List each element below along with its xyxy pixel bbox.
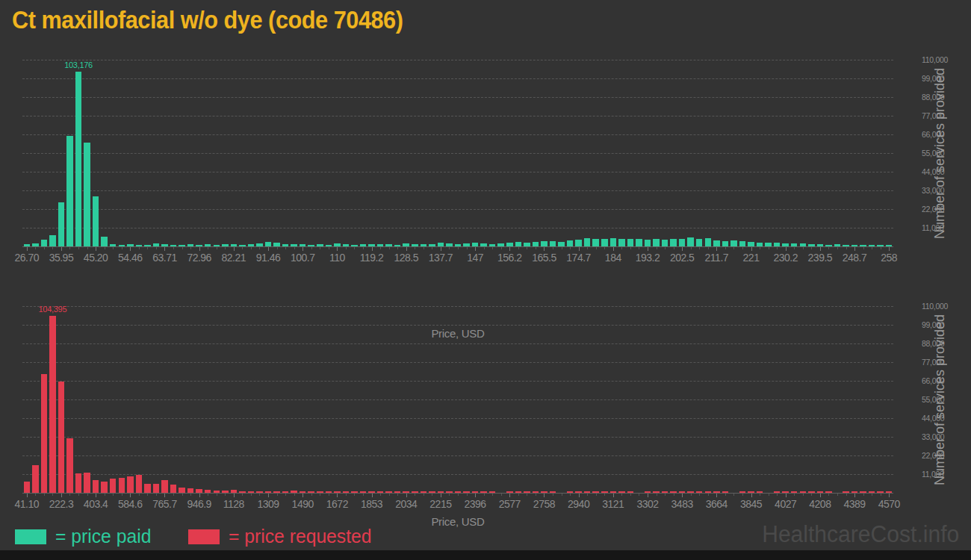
axis-minor-tick	[251, 247, 252, 249]
histogram-bar	[748, 491, 754, 493]
axis-minor-tick	[354, 247, 355, 249]
histogram-bar	[58, 202, 65, 246]
histogram-bar	[705, 491, 712, 493]
axis-major-tick	[509, 494, 510, 497]
axis-minor-tick	[424, 494, 424, 496]
axis-minor-tick	[122, 494, 122, 496]
axis-minor-tick	[380, 494, 381, 496]
axis-minor-tick	[173, 247, 174, 249]
axis-minor-tick	[415, 247, 415, 249]
axis-minor-tick	[346, 247, 347, 249]
axis-major-tick	[164, 247, 165, 251]
axis-minor-tick	[769, 247, 769, 249]
y-axis-title-paid: Number of services provided	[932, 60, 952, 246]
histogram-bar	[817, 244, 824, 246]
axis-minor-tick	[139, 494, 140, 496]
histogram-bar	[489, 491, 496, 493]
histogram-bar	[58, 382, 65, 493]
histogram-bar	[601, 491, 608, 493]
axis-major-tick	[579, 247, 580, 251]
axis-major-tick	[682, 494, 683, 497]
axis-minor-tick	[527, 247, 527, 249]
histogram-bar	[205, 490, 211, 493]
histogram-bar	[645, 491, 651, 493]
grid-line	[22, 343, 893, 344]
axis-minor-tick	[621, 247, 622, 249]
axis-major-tick	[544, 247, 545, 251]
histogram-bar	[851, 245, 858, 247]
histogram-bar	[601, 239, 608, 246]
axis-major-tick	[441, 494, 441, 497]
histogram-bar	[179, 245, 185, 246]
histogram-bar	[32, 465, 39, 493]
axis-major-tick	[61, 494, 62, 497]
histogram-bar	[610, 238, 617, 246]
histogram-bar	[300, 244, 306, 246]
axis-major-tick	[509, 247, 510, 251]
axis-minor-tick	[467, 494, 468, 496]
axis-major-tick	[889, 494, 890, 497]
histogram-bar	[696, 239, 703, 246]
legend-swatch-price-paid	[15, 529, 46, 544]
histogram-bar	[713, 491, 720, 493]
axis-major-tick	[786, 247, 787, 251]
axis-major-tick	[337, 494, 338, 497]
axis-minor-tick	[863, 247, 864, 249]
histogram-bar	[575, 240, 582, 246]
axis-minor-tick	[536, 494, 536, 496]
axis-minor-tick	[458, 247, 459, 249]
histogram-bar	[869, 245, 875, 246]
histogram-bar	[713, 240, 720, 246]
axis-minor-tick	[518, 247, 519, 249]
axis-minor-tick	[699, 247, 700, 249]
histogram-bar	[550, 491, 556, 493]
histogram-bar	[438, 243, 444, 246]
axis-minor-tick	[35, 247, 36, 249]
axis-minor-tick	[122, 247, 122, 249]
axis-minor-tick	[596, 247, 597, 249]
axis-minor-tick	[397, 494, 398, 496]
histogram-bar	[808, 244, 815, 246]
axis-minor-tick	[285, 494, 286, 496]
histogram-bar	[214, 491, 220, 493]
histogram-bar	[273, 491, 280, 493]
axis-minor-tick	[113, 494, 114, 496]
histogram-bar	[256, 491, 263, 494]
axis-minor-tick	[492, 247, 493, 249]
histogram-bar	[317, 491, 323, 493]
histogram-bar	[463, 491, 470, 493]
histogram-bar	[222, 244, 229, 246]
axis-major-tick	[406, 494, 407, 497]
axis-minor-tick	[501, 247, 502, 249]
histogram-bar	[351, 245, 358, 247]
histogram-bar	[282, 491, 289, 493]
histogram-bar	[877, 491, 884, 493]
grid-line	[22, 306, 893, 307]
axis-minor-tick	[674, 247, 674, 249]
histogram-bar	[446, 491, 453, 493]
histogram-bar	[343, 491, 350, 493]
axis-minor-tick	[570, 247, 571, 249]
axis-minor-tick	[630, 494, 631, 496]
histogram-bar	[403, 243, 409, 246]
axis-minor-tick	[828, 494, 829, 496]
axis-major-tick	[303, 494, 303, 497]
axis-major-tick	[475, 247, 476, 251]
axis-minor-tick	[225, 247, 226, 249]
histogram-bar	[817, 491, 824, 493]
histogram-bar	[438, 491, 444, 493]
histogram-bar	[291, 244, 297, 246]
axis-minor-tick	[725, 247, 726, 249]
axis-minor-tick	[217, 247, 217, 249]
histogram-bar	[300, 491, 306, 493]
histogram-bar	[49, 316, 56, 493]
histogram-bar	[412, 244, 418, 246]
axis-major-tick	[786, 494, 787, 497]
histogram-bar	[533, 242, 539, 246]
axis-minor-tick	[363, 247, 364, 249]
axis-minor-tick	[105, 494, 105, 496]
histogram-bar	[239, 245, 246, 246]
histogram-bar	[187, 244, 194, 246]
axis-major-tick	[268, 247, 269, 251]
histogram-bar	[248, 491, 255, 493]
